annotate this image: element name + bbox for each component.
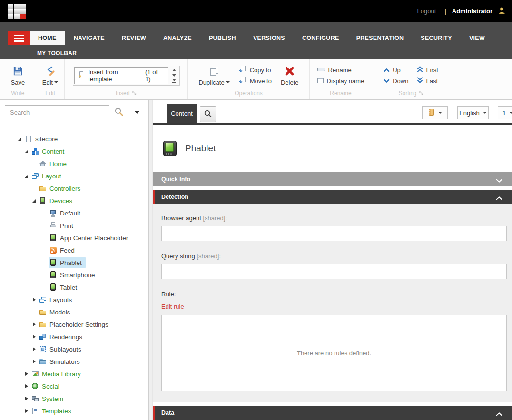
tree-item-templates[interactable]: Templates (0, 405, 148, 417)
hamburger-menu-button[interactable] (8, 31, 30, 45)
splitter[interactable] (149, 100, 152, 420)
edit-button[interactable]: Edit (39, 65, 61, 86)
expander-spacer (42, 219, 49, 232)
collapse-icon[interactable] (17, 133, 24, 145)
dialog-launcher-icon[interactable] (419, 90, 423, 97)
tree-item-renderings[interactable]: Renderings (0, 331, 148, 343)
collapse-icon[interactable] (31, 195, 38, 207)
scroll-down-button[interactable] (170, 73, 178, 78)
username-label[interactable]: Administrator (452, 8, 492, 15)
tab-my-toolbar[interactable]: MY TOOLBAR (37, 50, 77, 57)
expander-spacer (42, 256, 49, 269)
profile-dropdown[interactable] (422, 106, 448, 119)
tab-underline (153, 123, 512, 125)
tree-item-models[interactable]: Models (0, 306, 148, 318)
duplicate-button[interactable]: Duplicate (196, 65, 232, 86)
expand-icon[interactable] (24, 380, 30, 392)
collapse-icon[interactable] (24, 170, 30, 182)
sort-up-button[interactable]: Up (384, 65, 401, 76)
group-label-edit: Edit (36, 89, 64, 99)
save-button[interactable]: Save (8, 65, 28, 86)
language-dropdown[interactable]: English (457, 106, 489, 119)
expand-icon[interactable] (31, 293, 38, 306)
expand-icon[interactable] (31, 355, 38, 368)
separator: | (444, 8, 446, 15)
tree-item-media-library[interactable]: Media Library (0, 368, 148, 380)
tab-view[interactable]: VIEW (461, 31, 493, 45)
delete-button[interactable]: Delete (278, 65, 302, 86)
display-name-button[interactable]: Display name (317, 76, 364, 87)
tree-item-home[interactable]: Home (0, 157, 148, 170)
search-input[interactable] (5, 105, 109, 119)
tree-item-layouts[interactable]: Layouts (0, 293, 148, 306)
scroll-up-button[interactable] (170, 68, 178, 73)
delete-icon (285, 65, 295, 78)
version-dropdown[interactable]: 1 (498, 106, 512, 119)
rss-icon (49, 246, 57, 254)
tab-navigate[interactable]: NAVIGATE (65, 31, 113, 45)
no-rules-message: There are no rules defined. (297, 350, 371, 357)
device-icon (49, 271, 57, 279)
browser-agent-input[interactable] (161, 226, 507, 241)
copy-to-button[interactable]: Copy to (239, 65, 271, 76)
insert-from-template-option[interactable]: Insert from template (1 of 1) (74, 67, 168, 84)
expand-icon[interactable] (31, 343, 38, 355)
tab-security[interactable]: SECURITY (412, 31, 461, 45)
tree-item-tablet[interactable]: Tablet (0, 281, 148, 293)
tab-review[interactable]: REVIEW (113, 31, 155, 45)
section-detection[interactable]: Detection (153, 190, 512, 204)
expand-icon[interactable] (31, 331, 38, 343)
tree-item-social[interactable]: Social (0, 380, 148, 392)
sort-first-button[interactable]: First (417, 65, 438, 76)
sort-last-button[interactable]: Last (417, 76, 438, 87)
expand-icon[interactable] (24, 368, 30, 380)
content-search-button[interactable] (200, 106, 216, 122)
sort-down-button[interactable]: Down (384, 76, 408, 87)
chevron-down-icon (226, 81, 230, 83)
tab-analyze[interactable]: ANALYZE (155, 31, 200, 45)
section-data[interactable]: Data (153, 406, 512, 420)
logout-button[interactable]: Logout (414, 7, 439, 15)
rename-icon (317, 66, 325, 74)
section-quick-info[interactable]: Quick Info (153, 172, 512, 186)
tab-configure[interactable]: CONFIGURE (294, 31, 348, 45)
collapse-icon[interactable] (24, 145, 30, 157)
item-title: Phablet (185, 143, 216, 154)
tree-item-app-center-placeholder[interactable]: App Center Placeholder (0, 232, 148, 244)
search-options-dropdown[interactable] (134, 111, 140, 114)
tab-presentation[interactable]: PRESENTATION (348, 31, 413, 45)
tree-item-print[interactable]: Print (0, 219, 148, 232)
dialog-launcher-icon[interactable] (132, 90, 137, 97)
move-to-button[interactable]: Move to (239, 76, 272, 87)
tab-content[interactable]: Content (167, 104, 197, 123)
edit-rule-link[interactable]: Edit rule (161, 303, 184, 310)
tree-item-feed[interactable]: Feed (0, 244, 148, 256)
expand-icon[interactable] (24, 392, 30, 405)
system-icon (31, 395, 39, 402)
tab-versions[interactable]: VERSIONS (245, 31, 294, 45)
tab-home[interactable]: HOME (30, 31, 65, 45)
tree-item-sublayouts[interactable]: Sublayouts (0, 343, 148, 355)
query-string-input[interactable] (161, 264, 507, 279)
tree-item-simulators[interactable]: Simulators (0, 355, 148, 368)
tree-item-placeholder-settings[interactable]: Placeholder Settings (0, 318, 148, 331)
search-button[interactable] (114, 107, 124, 118)
scroll-last-button[interactable] (170, 78, 178, 83)
tree-item-layout[interactable]: Layout (0, 170, 148, 182)
tree-item-sitecore[interactable]: sitecore (0, 133, 148, 145)
expand-icon[interactable] (24, 405, 30, 417)
search-icon (114, 107, 124, 118)
tree-item-controllers[interactable]: Controllers (0, 182, 148, 195)
tree-item-smartphone[interactable]: Smartphone (0, 269, 148, 281)
tree-item-default[interactable]: Default (0, 207, 148, 219)
group-label-operations: Operations (188, 89, 309, 99)
rename-button[interactable]: Rename (317, 65, 352, 76)
tab-publish[interactable]: PUBLISH (200, 31, 245, 45)
tree-item-phablet[interactable]: Phablet (0, 256, 148, 269)
expand-icon[interactable] (31, 318, 38, 331)
tree-item-system[interactable]: System (0, 392, 148, 405)
tree-item-content[interactable]: Content (0, 145, 148, 157)
save-icon (12, 65, 23, 78)
insert-scrollbar (168, 67, 178, 84)
tree-item-devices[interactable]: Devices (0, 195, 148, 207)
